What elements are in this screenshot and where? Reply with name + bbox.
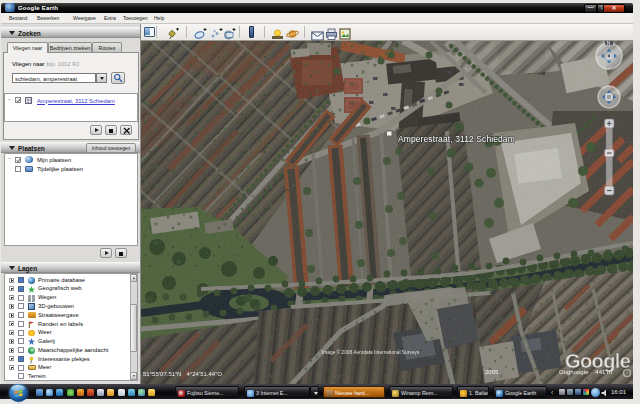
svg-text:Ooghoogte 441 m: Ooghoogte 441 m <box>559 369 612 375</box>
svg-text:N: N <box>607 41 611 46</box>
svg-text:51°55’07.51”N 4°24’51.44”O: 51°55’07.51”N 4°24’51.44”O <box>143 371 222 377</box>
svg-text:Amperestraat, 3112 Schiedam: Amperestraat, 3112 Schiedam <box>398 134 515 144</box>
svg-text:Image © 2008 Aerodata Internat: Image © 2008 Aerodata International Surv… <box>322 349 420 355</box>
svg-text:2005: 2005 <box>485 369 499 375</box>
